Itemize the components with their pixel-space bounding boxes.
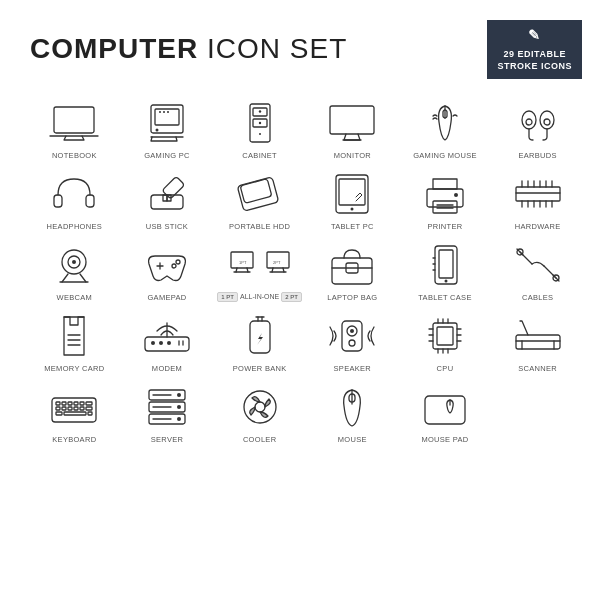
icon-label-mouse-pad: MOUSE PAD (421, 435, 468, 444)
svg-rect-126 (74, 402, 78, 405)
icon-notebook (43, 97, 105, 149)
svg-point-5 (163, 111, 165, 113)
icon-label-tablet-case: TABLET CASE (418, 293, 471, 302)
svg-rect-134 (86, 407, 92, 410)
svg-line-55 (80, 274, 86, 282)
icon-item-earbuds: EARBUDS (493, 97, 582, 160)
icon-gaming-mouse (414, 97, 476, 149)
svg-point-53 (72, 260, 76, 264)
page-title: COMPUTER ICON SET (30, 33, 347, 65)
svg-rect-123 (56, 402, 60, 405)
svg-point-93 (167, 341, 171, 345)
icon-all-in-one: 1PT 2PT (229, 239, 291, 291)
icon-item-mouse-pad: MOUSE PAD (401, 381, 490, 444)
icon-tablet-case (414, 239, 476, 291)
svg-rect-2 (155, 109, 179, 125)
icon-label-cpu: CPU (437, 364, 454, 373)
svg-point-18 (526, 119, 532, 125)
icon-headphones (43, 168, 105, 220)
icon-item-server: SERVER (123, 381, 212, 444)
svg-point-141 (177, 393, 181, 397)
icon-item-laptop-bag: LAPTOP BAG (308, 239, 397, 302)
svg-point-60 (176, 260, 180, 264)
svg-rect-71 (332, 258, 372, 284)
icon-item-headphones: HEADPHONES (30, 168, 119, 231)
svg-point-102 (350, 329, 354, 333)
icon-item-gaming-pc: GAMING PC (123, 97, 212, 160)
svg-rect-20 (54, 195, 62, 207)
svg-point-17 (540, 111, 554, 129)
icon-portable-hdd (229, 168, 291, 220)
icon-item-keyboard: KEYBOARD (30, 381, 119, 444)
icon-item-scanner: SCANNER (493, 310, 582, 373)
icon-keyboard (43, 381, 105, 433)
svg-point-91 (151, 341, 155, 345)
svg-point-92 (159, 341, 163, 345)
svg-rect-105 (437, 327, 453, 345)
icon-memory-card (43, 310, 105, 362)
icon-item-power-bank: POWER BANK (215, 310, 304, 373)
icon-label-gamepad: GAMEPAD (147, 293, 186, 302)
icon-item-portable-hdd: PORTABLE HDD (215, 168, 304, 231)
svg-point-30 (351, 207, 354, 210)
icon-item-webcam: WEBCAM (30, 239, 119, 302)
icon-item-memory-card: MEMORY CARD (30, 310, 119, 373)
svg-rect-130 (62, 407, 66, 410)
icon-cabinet (229, 97, 291, 149)
icon-label-gaming-pc: GAMING PC (144, 151, 190, 160)
icon-item-modem: MODEM (123, 310, 212, 373)
icon-item-usb-stick: USB STICK (123, 168, 212, 231)
icon-label-tablet-pc: TABLET PC (331, 222, 374, 231)
svg-point-59 (172, 264, 176, 268)
icon-label-cooler: COOLER (243, 435, 276, 444)
svg-rect-37 (516, 187, 560, 201)
svg-point-6 (167, 111, 169, 113)
header: COMPUTER ICON SET ✎ 29 EDITABLESTROKE IC… (30, 20, 582, 79)
icon-label-modem: MODEM (152, 364, 182, 373)
icon-scanner (507, 310, 569, 362)
icon-label-cables: CABLES (522, 293, 553, 302)
icon-label-headphones: HEADPHONES (47, 222, 103, 231)
svg-rect-32 (433, 179, 457, 189)
svg-rect-135 (56, 412, 62, 415)
svg-point-19 (544, 119, 550, 125)
icon-usb-stick (136, 168, 198, 220)
icon-webcam (43, 239, 105, 291)
icon-gamepad (136, 239, 198, 291)
icon-laptop-bag (321, 239, 383, 291)
icon-item-tablet-pc: TABLET PC (308, 168, 397, 231)
icon-item-mouse: MOUSE (308, 381, 397, 444)
icon-label-scanner: SCANNER (518, 364, 557, 373)
svg-point-3 (155, 128, 158, 131)
icon-gaming-pc (136, 97, 198, 149)
svg-rect-124 (62, 402, 66, 405)
icon-printer (414, 168, 476, 220)
icon-tablet-pc (321, 168, 383, 220)
icon-item-notebook: NOTEBOOK (30, 97, 119, 160)
svg-point-16 (522, 111, 536, 129)
all-in-one-badge: 1 PT ALL-IN-ONE 2 PT (217, 292, 302, 302)
icon-label-power-bank: POWER BANK (233, 364, 287, 373)
page: COMPUTER ICON SET ✎ 29 EDITABLESTROKE IC… (0, 0, 612, 612)
svg-rect-21 (86, 195, 94, 207)
icon-mouse-pad (414, 381, 476, 433)
svg-rect-75 (439, 250, 453, 278)
icon-label-server: SERVER (151, 435, 184, 444)
icon-modem (136, 310, 198, 362)
svg-point-11 (258, 122, 260, 124)
icon-earbuds (507, 97, 569, 149)
svg-rect-127 (80, 402, 84, 405)
icon-item-cabinet: CABINET (215, 97, 304, 160)
icon-server (136, 381, 198, 433)
icon-item-speaker: SPEAKER (308, 310, 397, 373)
icon-label-memory-card: MEMORY CARD (44, 364, 104, 373)
icon-cables (507, 239, 569, 291)
svg-point-4 (159, 111, 161, 113)
svg-rect-26 (237, 177, 279, 211)
svg-rect-27 (240, 178, 272, 203)
icon-item-hardware: HARDWARE (493, 168, 582, 231)
icon-label-usb-stick: USB STICK (146, 222, 188, 231)
svg-line-54 (62, 274, 68, 282)
svg-rect-0 (54, 107, 94, 133)
svg-rect-151 (425, 396, 465, 424)
